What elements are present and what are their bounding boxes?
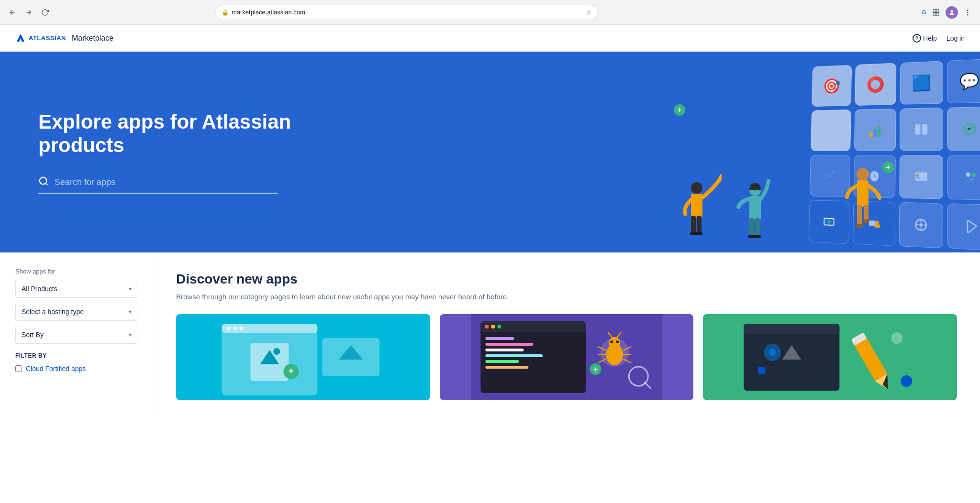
app-tile bbox=[811, 109, 851, 151]
cloud-fortified-checkbox[interactable] bbox=[15, 365, 22, 372]
app-grid: 🎯 ⭕ 🟦 💬 bbox=[809, 59, 980, 251]
nav-buttons bbox=[6, 6, 52, 19]
hero-search-bar[interactable] bbox=[38, 176, 278, 194]
svg-rect-77 bbox=[485, 360, 519, 363]
show-apps-label: Show apps for bbox=[15, 268, 137, 275]
svg-rect-13 bbox=[873, 129, 877, 137]
help-icon: ? bbox=[913, 34, 921, 43]
svg-point-31 bbox=[920, 224, 923, 227]
svg-point-83 bbox=[616, 340, 619, 343]
svg-point-82 bbox=[610, 340, 613, 343]
svg-point-107 bbox=[891, 332, 903, 344]
svg-point-57 bbox=[227, 327, 231, 330]
svg-rect-45 bbox=[755, 218, 760, 237]
star-icon[interactable]: ☆ bbox=[586, 9, 592, 16]
hosting-dropdown-wrapper: Select a hosting type Cloud Data Center … bbox=[15, 303, 137, 321]
svg-rect-21 bbox=[916, 177, 920, 178]
hero-content: Explore apps for Atlassian products bbox=[0, 82, 335, 222]
svg-point-6 bbox=[967, 11, 968, 13]
brand-name: ATLASSIAN bbox=[29, 34, 66, 42]
svg-rect-15 bbox=[915, 124, 921, 135]
svg-rect-0 bbox=[933, 10, 935, 12]
sortby-dropdown-wrapper: Sort By Highest Rated Most Installs Newe… bbox=[15, 326, 137, 344]
svg-point-81 bbox=[609, 337, 620, 349]
category-card-2[interactable]: + bbox=[440, 314, 694, 400]
card-3-illustration bbox=[703, 314, 957, 400]
products-dropdown[interactable]: All Products Jira Confluence Jira Servic… bbox=[15, 280, 137, 298]
svg-point-70 bbox=[485, 325, 489, 328]
main-content: Show apps for All Products Jira Confluen… bbox=[0, 252, 980, 419]
svg-rect-44 bbox=[749, 218, 754, 237]
app-tile bbox=[899, 202, 944, 249]
plus-badge: + bbox=[674, 104, 685, 116]
app-tile: 🟦 bbox=[900, 61, 943, 105]
cloud-fortified-label[interactable]: Cloud Fortified apps bbox=[26, 365, 86, 372]
hosting-dropdown[interactable]: Select a hosting type Cloud Data Center … bbox=[15, 303, 137, 321]
svg-text:+: + bbox=[593, 365, 597, 373]
svg-point-24 bbox=[969, 178, 974, 183]
svg-point-100 bbox=[769, 349, 777, 356]
profile-button[interactable] bbox=[929, 6, 943, 19]
app-tile bbox=[900, 108, 943, 151]
svg-rect-22 bbox=[916, 173, 918, 175]
svg-rect-12 bbox=[869, 132, 872, 137]
discover-subtitle: Browse through our category pages to lea… bbox=[176, 293, 511, 301]
svg-rect-39 bbox=[697, 216, 702, 235]
hero-illustration: 🎯 ⭕ 🟦 💬 bbox=[645, 52, 980, 252]
svg-point-72 bbox=[497, 325, 501, 328]
app-tile bbox=[947, 203, 980, 251]
card-2-illustration: + bbox=[440, 314, 694, 400]
svg-point-4 bbox=[951, 10, 953, 12]
url-text: marketplace.atlassian.com bbox=[232, 9, 583, 16]
app-tile bbox=[947, 155, 980, 200]
reload-button[interactable] bbox=[38, 6, 52, 19]
atlassian-icon bbox=[15, 33, 26, 44]
svg-rect-51 bbox=[864, 205, 869, 221]
app-tile: 🎯 bbox=[812, 65, 852, 107]
search-input[interactable] bbox=[55, 177, 278, 187]
svg-rect-2 bbox=[933, 12, 935, 15]
marketplace-label: Marketplace bbox=[72, 34, 113, 43]
category-card-3[interactable] bbox=[703, 314, 957, 400]
menu-button[interactable] bbox=[961, 6, 974, 19]
forward-button[interactable] bbox=[22, 6, 35, 19]
figure-2 bbox=[736, 166, 774, 252]
browser-actions: G bbox=[922, 6, 974, 19]
svg-point-5 bbox=[967, 9, 968, 11]
help-link[interactable]: ? Help bbox=[913, 34, 937, 43]
svg-point-62 bbox=[273, 348, 280, 355]
svg-rect-69 bbox=[480, 321, 586, 332]
products-dropdown-wrapper: All Products Jira Confluence Jira Servic… bbox=[15, 280, 137, 298]
svg-rect-98 bbox=[744, 324, 840, 334]
sidebar: Show apps for All Products Jira Confluen… bbox=[0, 252, 153, 419]
atlassian-logo[interactable]: ATLASSIAN bbox=[15, 33, 66, 44]
sortby-dropdown[interactable]: Sort By Highest Rated Most Installs Newe… bbox=[15, 326, 137, 344]
svg-point-58 bbox=[233, 327, 237, 330]
lock-icon: 🔒 bbox=[222, 9, 229, 16]
svg-rect-3 bbox=[936, 12, 939, 15]
svg-rect-40 bbox=[690, 232, 697, 235]
figure-3 bbox=[841, 155, 884, 251]
svg-point-23 bbox=[966, 172, 970, 176]
svg-rect-50 bbox=[857, 205, 862, 226]
category-card-1[interactable]: + bbox=[176, 314, 430, 400]
back-button[interactable] bbox=[6, 6, 19, 19]
svg-rect-9 bbox=[825, 125, 836, 127]
svg-rect-46 bbox=[748, 235, 755, 238]
svg-rect-78 bbox=[485, 366, 528, 369]
svg-point-36 bbox=[691, 182, 702, 194]
address-bar[interactable]: 🔒 marketplace.atlassian.com ☆ bbox=[215, 5, 598, 20]
help-label: Help bbox=[923, 34, 937, 42]
svg-point-7 bbox=[967, 14, 968, 15]
top-nav: ATLASSIAN Marketplace ? Help Log in bbox=[0, 25, 980, 52]
svg-rect-74 bbox=[485, 343, 533, 346]
figure-3-container bbox=[841, 155, 884, 252]
svg-rect-38 bbox=[691, 216, 696, 235]
user-avatar[interactable] bbox=[946, 6, 958, 19]
hero-title: Explore apps for Atlassian products bbox=[38, 110, 297, 157]
login-link[interactable]: Log in bbox=[947, 34, 965, 42]
google-icon: G bbox=[922, 9, 926, 16]
svg-rect-73 bbox=[485, 337, 514, 340]
app-tile: ⭕ bbox=[855, 63, 896, 106]
cloud-fortified-filter: Cloud Fortified apps bbox=[15, 365, 137, 372]
